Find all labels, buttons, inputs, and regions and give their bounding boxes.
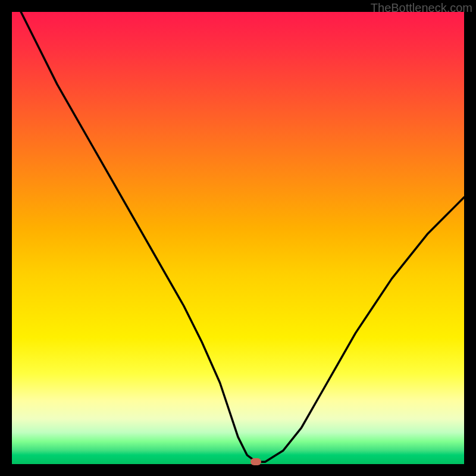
watermark-text: TheBottleneck.com	[371, 1, 472, 15]
chart-container: TheBottleneck.com	[0, 0, 476, 476]
optimal-marker	[250, 458, 261, 465]
bottleneck-curve	[12, 12, 464, 464]
plot-area	[12, 12, 464, 464]
